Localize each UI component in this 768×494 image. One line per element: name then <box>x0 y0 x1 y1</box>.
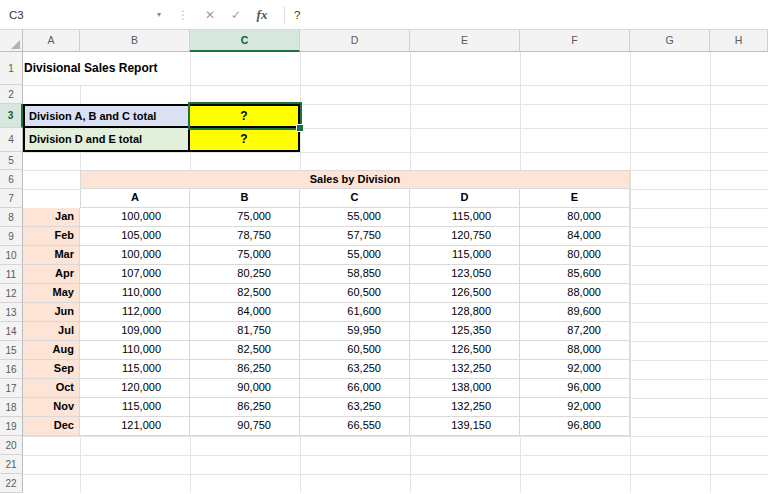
value-cell[interactable]: 59,950 <box>300 322 410 341</box>
formula-input[interactable]: ? <box>294 9 768 21</box>
value-cell[interactable]: 112,000 <box>80 303 190 322</box>
row-header-2[interactable]: 2 <box>0 85 23 104</box>
value-cell[interactable]: 84,000 <box>520 227 630 246</box>
row-header-4[interactable]: 4 <box>0 128 23 152</box>
value-cell[interactable]: 85,600 <box>520 265 630 284</box>
select-all-corner[interactable] <box>0 30 23 52</box>
table-header-cell[interactable]: C <box>300 189 410 208</box>
column-header-F[interactable]: F <box>520 30 630 52</box>
column-header-H[interactable]: H <box>710 30 768 52</box>
value-cell[interactable]: 126,500 <box>410 284 520 303</box>
value-cell[interactable]: 86,250 <box>190 398 300 417</box>
month-cell[interactable]: Oct <box>23 379 80 398</box>
value-cell[interactable]: 123,050 <box>410 265 520 284</box>
value-cell[interactable]: 82,500 <box>190 284 300 303</box>
value-cell[interactable]: 63,250 <box>300 398 410 417</box>
table-header-cell[interactable]: E <box>520 189 630 208</box>
value-cell[interactable]: 82,500 <box>190 341 300 360</box>
row-header-1[interactable]: 1 <box>0 52 23 85</box>
table-title-cell[interactable]: Sales by Division <box>80 170 630 189</box>
value-cell[interactable]: 60,500 <box>300 341 410 360</box>
row-header-14[interactable]: 14 <box>0 322 23 341</box>
row-header-21[interactable]: 21 <box>0 455 23 474</box>
value-cell[interactable]: 110,000 <box>80 341 190 360</box>
value-cell[interactable]: 107,000 <box>80 265 190 284</box>
row-header-9[interactable]: 9 <box>0 227 23 246</box>
value-cell[interactable]: 100,000 <box>80 208 190 227</box>
value-cell[interactable]: 66,550 <box>300 417 410 436</box>
value-cell[interactable]: 96,800 <box>520 417 630 436</box>
value-cell[interactable]: 92,000 <box>520 360 630 379</box>
column-header-D[interactable]: D <box>300 30 410 52</box>
row-header-15[interactable]: 15 <box>0 341 23 360</box>
name-box[interactable]: C3 ▾ <box>0 0 170 29</box>
row-header-11[interactable]: 11 <box>0 265 23 284</box>
row-header-17[interactable]: 17 <box>0 379 23 398</box>
value-cell[interactable]: 78,750 <box>190 227 300 246</box>
value-cell[interactable]: 138,000 <box>410 379 520 398</box>
value-cell[interactable]: 110,000 <box>80 284 190 303</box>
month-cell[interactable]: Jul <box>23 322 80 341</box>
month-cell[interactable]: Sep <box>23 360 80 379</box>
column-header-E[interactable]: E <box>410 30 520 52</box>
enter-icon[interactable]: ✓ <box>223 8 249 22</box>
value-cell[interactable]: 125,350 <box>410 322 520 341</box>
column-header-B[interactable]: B <box>80 30 190 52</box>
value-cell[interactable]: 115,000 <box>80 398 190 417</box>
value-cell[interactable]: 109,000 <box>80 322 190 341</box>
month-cell[interactable]: Dec <box>23 417 80 436</box>
value-cell[interactable]: 121,000 <box>80 417 190 436</box>
value-cell[interactable]: 66,000 <box>300 379 410 398</box>
summary-label-de[interactable]: Division D and E total <box>23 128 190 152</box>
value-cell[interactable]: 120,000 <box>80 379 190 398</box>
value-cell[interactable]: 90,000 <box>190 379 300 398</box>
month-cell[interactable]: Apr <box>23 265 80 284</box>
value-cell[interactable]: 88,000 <box>520 341 630 360</box>
value-cell[interactable]: 139,150 <box>410 417 520 436</box>
month-cell[interactable]: May <box>23 284 80 303</box>
value-cell[interactable]: 92,000 <box>520 398 630 417</box>
row-header-5[interactable]: 5 <box>0 152 23 170</box>
value-cell[interactable]: 132,250 <box>410 398 520 417</box>
value-cell[interactable]: 86,250 <box>190 360 300 379</box>
value-cell[interactable]: 60,500 <box>300 284 410 303</box>
table-header-cell[interactable]: D <box>410 189 520 208</box>
value-cell[interactable]: 115,000 <box>410 208 520 227</box>
month-cell[interactable]: Jan <box>23 208 80 227</box>
month-cell[interactable]: Aug <box>23 341 80 360</box>
value-cell[interactable]: 58,850 <box>300 265 410 284</box>
value-cell[interactable]: 100,000 <box>80 246 190 265</box>
insert-function-icon[interactable]: fx <box>249 7 275 23</box>
value-cell[interactable]: 57,750 <box>300 227 410 246</box>
value-cell[interactable]: 132,250 <box>410 360 520 379</box>
value-cell[interactable]: 63,250 <box>300 360 410 379</box>
value-cell[interactable]: 81,750 <box>190 322 300 341</box>
value-cell[interactable]: 80,000 <box>520 208 630 227</box>
column-header-G[interactable]: G <box>630 30 710 52</box>
value-cell[interactable]: 90,750 <box>190 417 300 436</box>
summary-value-c4[interactable]: ? <box>190 128 300 152</box>
column-header-C[interactable]: C <box>190 30 300 52</box>
value-cell[interactable]: 96,000 <box>520 379 630 398</box>
row-header-10[interactable]: 10 <box>0 246 23 265</box>
value-cell[interactable]: 126,500 <box>410 341 520 360</box>
value-cell[interactable]: 128,800 <box>410 303 520 322</box>
table-header-cell[interactable]: B <box>190 189 300 208</box>
value-cell[interactable]: 61,600 <box>300 303 410 322</box>
row-header-19[interactable]: 19 <box>0 417 23 436</box>
value-cell[interactable]: 120,750 <box>410 227 520 246</box>
value-cell[interactable]: 75,000 <box>190 208 300 227</box>
row-header-8[interactable]: 8 <box>0 208 23 227</box>
name-box-dropdown-icon[interactable]: ▾ <box>157 10 161 19</box>
row-header-18[interactable]: 18 <box>0 398 23 417</box>
row-header-6[interactable]: 6 <box>0 170 23 189</box>
value-cell[interactable]: 84,000 <box>190 303 300 322</box>
row-header-13[interactable]: 13 <box>0 303 23 322</box>
value-cell[interactable]: 87,200 <box>520 322 630 341</box>
summary-value-c3[interactable]: ? <box>190 104 300 128</box>
sheet-title[interactable]: Divisional Sales Report <box>24 52 167 85</box>
value-cell[interactable]: 115,000 <box>410 246 520 265</box>
fill-handle[interactable] <box>296 124 304 132</box>
value-cell[interactable]: 80,000 <box>520 246 630 265</box>
month-cell[interactable]: Jun <box>23 303 80 322</box>
